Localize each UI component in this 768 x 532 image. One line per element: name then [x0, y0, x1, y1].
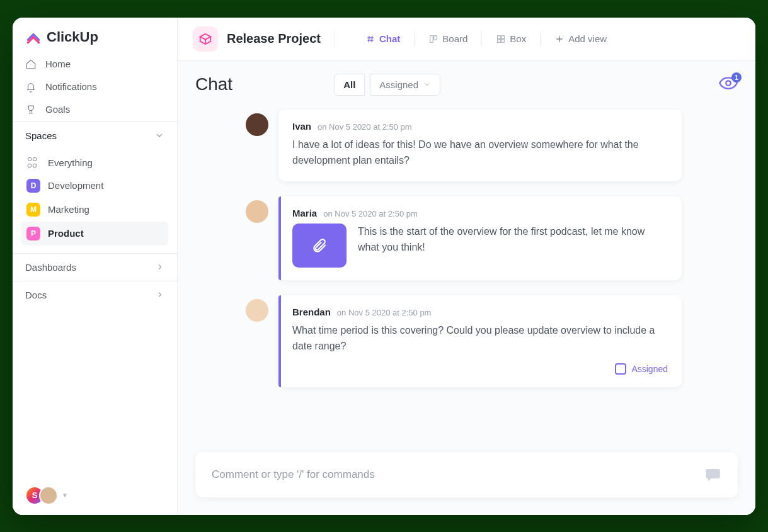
comment-input[interactable] [212, 468, 704, 481]
avatar-stack: S [25, 486, 58, 505]
message-body: I have a lot of ideas for this! Do we ha… [292, 137, 668, 169]
svg-rect-2 [498, 35, 501, 38]
divider [335, 31, 335, 47]
message-card[interactable]: Maria on Nov 5 2020 at 2:50 pm This is t… [278, 196, 682, 280]
sidebar: ClickUp Home Notifications Goals Spaces … [13, 18, 178, 515]
assigned-tag[interactable]: Assigned [292, 363, 668, 375]
message-body: This is the start of the overview for th… [358, 224, 668, 256]
assigned-label: Assigned [631, 364, 668, 374]
chat-bubble-icon [704, 466, 721, 484]
avatar [246, 299, 268, 322]
sidebar-space-marketing[interactable]: M Marketing [21, 198, 168, 222]
plus-icon [554, 34, 565, 44]
board-icon [428, 34, 438, 44]
tab-chat[interactable]: Chat [359, 30, 406, 48]
chat-header: Chat All Assigned 1 [178, 61, 755, 103]
svg-rect-4 [498, 39, 501, 42]
chevron-down-icon [423, 81, 431, 88]
box-icon [496, 34, 506, 44]
cube-icon [198, 32, 212, 46]
message-author: Brendan [292, 307, 331, 317]
spaces-header[interactable]: Spaces [13, 121, 177, 150]
watchers-count: 1 [731, 72, 742, 82]
message-header: Ivan on Nov 5 2020 at 2:50 pm [292, 121, 668, 132]
message-author: Maria [292, 208, 317, 218]
avatar [246, 200, 268, 223]
nav-notifications-label: Notifications [45, 81, 97, 92]
divider [481, 31, 482, 47]
add-view-label: Add view [568, 33, 607, 44]
caret-down-icon: ▼ [62, 492, 68, 499]
svg-rect-0 [430, 35, 433, 42]
svg-rect-3 [501, 35, 505, 38]
message-time: on Nov 5 2020 at 2:50 pm [337, 308, 432, 317]
message-body: What time period is this covering? Could… [292, 322, 668, 354]
message-row: Brendan on Nov 5 2020 at 2:50 pm What ti… [246, 295, 738, 387]
app-window: ClickUp Home Notifications Goals Spaces … [13, 18, 755, 515]
tab-board[interactable]: Board [422, 30, 474, 48]
chevron-right-icon [156, 290, 164, 299]
dashboards-label: Dashboards [25, 262, 76, 273]
watchers-button[interactable]: 1 [719, 76, 738, 93]
svg-rect-5 [501, 39, 505, 42]
add-view-button[interactable]: Add view [548, 30, 613, 48]
space-label-product: Product [48, 228, 84, 239]
spaces-list: Everything D Development M Marketing P P… [13, 150, 177, 253]
main-content: Release Project Chat Board Box [178, 18, 755, 515]
tab-chat-label: Chat [379, 33, 400, 44]
nav-goals-label: Goals [45, 104, 70, 115]
message-row: Ivan on Nov 5 2020 at 2:50 pm I have a l… [246, 110, 738, 181]
sidebar-dashboards[interactable]: Dashboards [13, 253, 177, 281]
hash-icon [365, 34, 375, 44]
user-avatars[interactable]: S ▼ [13, 476, 177, 515]
tab-box-label: Box [510, 33, 526, 44]
divider [414, 31, 415, 47]
chat-title: Chat [195, 74, 232, 94]
sidebar-docs[interactable]: Docs [13, 281, 177, 308]
everything-icon [28, 157, 39, 169]
checkbox-icon [615, 363, 626, 375]
nav-notifications[interactable]: Notifications [13, 76, 177, 98]
space-badge-p: P [26, 227, 40, 241]
bell-icon [25, 81, 37, 93]
filter-assigned-button[interactable]: Assigned [370, 74, 440, 96]
message-card[interactable]: Ivan on Nov 5 2020 at 2:50 pm I have a l… [278, 110, 682, 181]
message-card[interactable]: Brendan on Nov 5 2020 at 2:50 pm What ti… [278, 295, 682, 387]
space-badge-d: D [26, 179, 40, 193]
sidebar-space-product[interactable]: P Product [21, 222, 168, 246]
topbar: Release Project Chat Board Box [178, 18, 755, 61]
avatar [246, 113, 268, 136]
nav-home-label: Home [45, 59, 71, 69]
spaces-header-label: Spaces [25, 130, 57, 141]
chevron-right-icon [156, 263, 164, 271]
messages-list: Ivan on Nov 5 2020 at 2:50 pm I have a l… [178, 103, 755, 447]
message-time: on Nov 5 2020 at 2:50 pm [323, 209, 418, 218]
filter-all-button[interactable]: All [334, 74, 365, 96]
chevron-down-icon [154, 130, 164, 140]
brand-row: ClickUp [13, 18, 177, 53]
attachment-thumbnail[interactable] [292, 224, 347, 268]
message-time: on Nov 5 2020 at 2:50 pm [318, 122, 412, 132]
trophy-icon [25, 104, 37, 115]
brand-name: ClickUp [47, 29, 98, 45]
svg-rect-1 [434, 35, 437, 40]
nav-home[interactable]: Home [13, 53, 177, 76]
avatar-user-2 [39, 486, 58, 505]
home-icon [25, 59, 37, 70]
view-tabs: Chat Board Box Add view [359, 30, 613, 48]
tab-box[interactable]: Box [490, 30, 532, 48]
docs-label: Docs [25, 290, 47, 300]
message-row: Maria on Nov 5 2020 at 2:50 pm This is t… [246, 196, 738, 280]
message-author: Ivan [292, 121, 311, 132]
divider [540, 31, 541, 47]
message-header: Brendan on Nov 5 2020 at 2:50 pm [292, 307, 668, 317]
svg-point-6 [726, 81, 731, 86]
comment-composer[interactable] [195, 452, 738, 497]
nav-goals[interactable]: Goals [13, 98, 177, 121]
project-icon [193, 26, 218, 52]
sidebar-item-everything[interactable]: Everything [21, 152, 168, 174]
chat-filters: All Assigned [334, 74, 440, 96]
filter-assigned-label: Assigned [379, 79, 418, 90]
paperclip-icon [311, 237, 328, 254]
sidebar-space-development[interactable]: D Development [21, 174, 168, 198]
